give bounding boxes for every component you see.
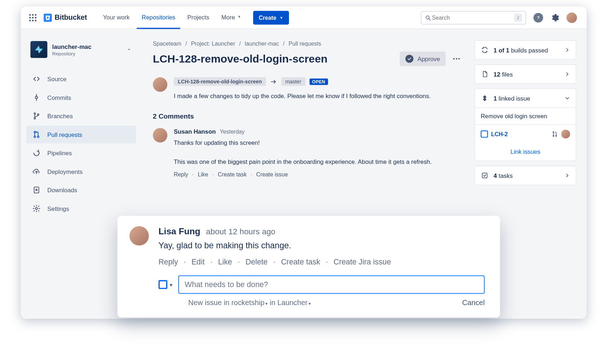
- sidebar-item-label: Settings: [47, 205, 69, 212]
- space-picker[interactable]: Launcher▾: [277, 299, 311, 307]
- crumb[interactable]: launcher-mac: [245, 40, 279, 47]
- pr-description: I made a few changes to tidy up the code…: [174, 91, 461, 101]
- comment-actions: Reply· Like· Create task· Create issue: [174, 171, 461, 178]
- task-icon: [480, 172, 488, 179]
- create-task-action[interactable]: Create task: [218, 171, 246, 178]
- linked-issue-key-row[interactable]: LCH-2: [475, 124, 576, 143]
- sidebar-item-label: Deployments: [47, 168, 82, 175]
- approve-button[interactable]: Approve: [400, 51, 446, 66]
- user-avatar[interactable]: [566, 12, 577, 23]
- sidebar-item-source[interactable]: Source: [26, 70, 136, 88]
- sidebar-item-deployments[interactable]: Deployments: [26, 163, 136, 180]
- sidebar-item-label: Source: [47, 75, 66, 82]
- cloud-upload-icon: [32, 167, 41, 175]
- panel-linked-issue-header[interactable]: 1 linked issue: [475, 89, 576, 108]
- svg-point-7: [32, 19, 33, 21]
- pr-title: LCH-128-remove-old-login-screen: [153, 52, 400, 65]
- sidebar-item-pull-requests[interactable]: Pull requests: [26, 126, 136, 143]
- repo-type: Repository: [52, 51, 91, 56]
- pull-request-mini-icon: [551, 131, 558, 137]
- popover-time: about 12 hours ago: [206, 227, 275, 236]
- panel-tasks[interactable]: 4 tasks: [474, 166, 576, 185]
- create-task-action[interactable]: Create task: [281, 258, 320, 267]
- svg-point-27: [458, 58, 460, 60]
- help-icon[interactable]: ?: [533, 13, 543, 22]
- popover-author[interactable]: Lisa Fung: [158, 226, 200, 237]
- sidebar-item-settings[interactable]: Settings: [26, 200, 136, 217]
- popover-avatar[interactable]: [129, 226, 149, 246]
- reply-action[interactable]: Reply: [158, 258, 178, 267]
- like-action[interactable]: Like: [218, 258, 232, 267]
- commenter-avatar[interactable]: [153, 128, 167, 143]
- svg-point-29: [553, 135, 554, 137]
- project-picker[interactable]: rocketship▾: [231, 299, 268, 307]
- repo-switcher[interactable]: launcher-mac Repository: [26, 38, 136, 61]
- jira-icon: [480, 95, 488, 102]
- svg-point-8: [35, 19, 36, 21]
- issue-type-picker[interactable]: ▾: [158, 280, 172, 289]
- sidebar-item-commits[interactable]: Commits: [26, 88, 136, 106]
- svg-point-4: [32, 17, 33, 18]
- linked-issue-title: Remove old login screen: [480, 113, 547, 120]
- assignee-avatar[interactable]: [561, 130, 570, 139]
- panel-builds[interactable]: 1 of 1 builds passed: [474, 40, 576, 60]
- repo-icon: [30, 41, 47, 58]
- sidebar-item-downloads[interactable]: Downloads: [26, 181, 136, 199]
- search-input-wrapper[interactable]: /: [420, 11, 526, 24]
- settings-icon[interactable]: [549, 12, 560, 23]
- svg-point-1: [32, 14, 33, 15]
- chevron-down-icon: [564, 96, 570, 101]
- sidebar-item-label: Branches: [47, 112, 73, 119]
- pull-request-icon: [32, 130, 41, 138]
- commit-icon: [32, 93, 41, 101]
- crumb[interactable]: Pull requests: [288, 40, 321, 47]
- cancel-button[interactable]: Cancel: [462, 299, 485, 307]
- crumb[interactable]: Project: Launcher: [191, 40, 235, 47]
- tab-projects[interactable]: Projects: [182, 6, 214, 29]
- more-actions-button[interactable]: [452, 54, 461, 63]
- reply-action[interactable]: Reply: [174, 171, 188, 178]
- jira-square-icon: [480, 130, 488, 138]
- author-avatar[interactable]: [153, 77, 167, 92]
- linked-issue-title-row[interactable]: Remove old login screen: [475, 107, 576, 124]
- svg-point-18: [34, 118, 35, 119]
- breadcrumb: Spaceteam/ Project: Launcher/ launcher-m…: [153, 40, 461, 47]
- link-issues-button[interactable]: Link issues: [475, 143, 576, 161]
- crumb[interactable]: Spaceteam: [153, 40, 181, 47]
- search-shortcut: /: [514, 14, 522, 22]
- issue-summary-input[interactable]: [178, 275, 484, 294]
- download-icon: [32, 186, 41, 194]
- source-branch[interactable]: LCH-128-remove-old-login-screen: [174, 77, 266, 86]
- like-action[interactable]: Like: [198, 171, 208, 178]
- panel-files[interactable]: 12 files: [474, 64, 576, 84]
- chevron-right-icon: [564, 173, 570, 179]
- edit-action[interactable]: Edit: [191, 258, 205, 267]
- sidebar-item-label: Pull requests: [47, 131, 82, 138]
- sidebar-item-pipelines[interactable]: Pipelines: [26, 144, 136, 162]
- svg-point-20: [34, 131, 35, 133]
- file-icon: [480, 70, 488, 78]
- tab-your-work[interactable]: Your work: [98, 6, 134, 29]
- app-switcher-icon[interactable]: [27, 12, 38, 23]
- popover-actions: Reply· Edit· Like· Delete· Create task· …: [158, 258, 484, 267]
- create-issue-action[interactable]: Create issue: [256, 171, 288, 178]
- comments-header: 2 Comments: [153, 113, 461, 121]
- check-icon: [405, 55, 413, 63]
- sidebar-nav: Source Commits Branches Pull requests Pi…: [26, 70, 136, 217]
- brand-logo[interactable]: Bitbucket: [43, 13, 87, 22]
- svg-point-17: [34, 113, 35, 114]
- sidebar-item-branches[interactable]: Branches: [26, 107, 136, 125]
- sidebar-item-label: Downloads: [47, 186, 77, 193]
- comment-body: Thanks for updating this screen! This wa…: [174, 138, 461, 166]
- top-nav: Bitbucket Your work Repositories Project…: [20, 6, 587, 29]
- comment-author[interactable]: Susan Hanson: [174, 128, 216, 135]
- pipeline-icon: [32, 149, 41, 157]
- tab-more[interactable]: More▼: [216, 6, 246, 29]
- create-jira-issue-action[interactable]: Create Jira issue: [333, 258, 391, 267]
- create-button[interactable]: Create▼: [253, 11, 288, 24]
- chevron-right-icon: [564, 71, 570, 77]
- search-input[interactable]: [431, 14, 514, 21]
- delete-action[interactable]: Delete: [245, 258, 268, 267]
- tab-repositories[interactable]: Repositories: [137, 6, 180, 29]
- dest-branch[interactable]: master: [281, 77, 305, 86]
